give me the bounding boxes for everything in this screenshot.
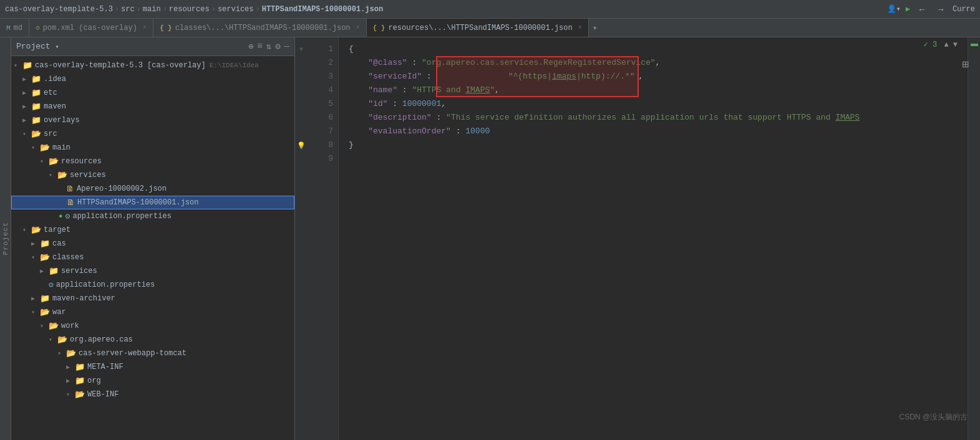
- tree-text-approp-src: application.properties: [72, 212, 171, 221]
- close-brace: }: [349, 139, 354, 152]
- indent-5: [349, 98, 368, 111]
- sep-2: ›: [137, 5, 141, 14]
- folder-icon-org: 📁: [75, 376, 85, 386]
- folder-icon-war: 📂: [40, 307, 50, 317]
- json-file-icon-2: { }: [373, 24, 386, 32]
- run-icon[interactable]: ▶: [906, 4, 910, 14]
- indent-6: [349, 112, 368, 125]
- tab-classes-json-close[interactable]: ×: [356, 24, 360, 31]
- tree-item-caswebapp[interactable]: ▾ 📂 cas-server-webapp-tomcat: [11, 347, 294, 360]
- panel-dropdown-arrow[interactable]: ▾: [56, 43, 59, 50]
- code-line-1: {: [349, 42, 968, 56]
- panel-list-icon[interactable]: ≡: [257, 41, 262, 52]
- tree-item-idea[interactable]: ▶ 📁 .idea: [11, 72, 294, 86]
- code-area: ▼ 💡 1 2 3: [295, 37, 980, 440]
- check-nav-up[interactable]: ▲: [944, 41, 948, 49]
- line-numbers: 1 2 3 4 5 6 7 8 9: [308, 37, 339, 440]
- folder-icon-maven-archiver: 📁: [40, 294, 50, 304]
- tab-pom[interactable]: ⚙ pom.xml (cas-overlay) ×: [29, 19, 153, 37]
- breadcrumb-part-3: main: [143, 5, 161, 14]
- gutter-4: [295, 84, 308, 97]
- editor-area: ✓ 3 ▲ ▼ ⊞ ▼: [295, 37, 980, 440]
- tree-item-resources[interactable]: ▾ 📂 resources: [11, 155, 294, 168]
- prop-icon-src: ⚙: [65, 211, 70, 221]
- tree-item-main[interactable]: ▾ 📂 main: [11, 141, 294, 155]
- tree-text-orgapereo: org.apereo.cas: [70, 335, 133, 344]
- tree-text-maven: maven: [44, 102, 66, 111]
- colon-3: :: [422, 70, 436, 84]
- tree-arrow-services-src: ▾: [49, 171, 57, 179]
- tree-arrow-work: ▾: [40, 322, 49, 330]
- tree-item-approp-src[interactable]: ● ⚙ application.properties: [11, 209, 294, 223]
- back-button[interactable]: ←: [915, 3, 929, 16]
- code-content[interactable]: { "@class" : "org.apereo.cas.services.Re…: [339, 37, 968, 440]
- gutter-9: [295, 152, 308, 166]
- panel-scope-icon[interactable]: ⊕: [248, 41, 253, 52]
- check-count: 3: [933, 41, 937, 49]
- folder-icon-classes: 📂: [40, 252, 50, 262]
- tree-text-apereo: Apereo-10000002.json: [77, 184, 167, 193]
- tree-item-org[interactable]: ▶ 📁 org: [11, 374, 294, 388]
- tree-text-approp-classes: application.properties: [56, 280, 155, 289]
- gutter-3: [295, 70, 308, 84]
- breadcrumb-part-4: resources: [169, 5, 210, 14]
- tree-item-target[interactable]: ▾ 📂 target: [11, 223, 294, 237]
- sidebar-vertical-label: Project: [0, 37, 11, 440]
- tree-text-https: HTTPSandIMAPS-10000001.json: [77, 198, 198, 207]
- tab-dropdown[interactable]: ▾: [589, 19, 601, 37]
- fold-icon-1[interactable]: ▼: [299, 46, 303, 53]
- tree-item-war[interactable]: ▾ 📂 war: [11, 305, 294, 319]
- tab-pom-close[interactable]: ×: [143, 24, 147, 31]
- comma-4: ,: [495, 84, 500, 97]
- current-label: Curre: [953, 5, 975, 14]
- tree-item-root[interactable]: ▾ 📁 cas-overlay-template-5.3 [cas-overla…: [11, 59, 294, 72]
- tree-item-approp-classes[interactable]: ⚙ application.properties: [11, 278, 294, 292]
- tree-item-webinf[interactable]: ▾ 📂 WEB-INF: [11, 388, 294, 401]
- tree-path-hint-root: E:\IDEA\Idea: [210, 62, 259, 69]
- colon-5: :: [387, 98, 402, 111]
- tree-arrow-org: ▶: [66, 377, 75, 385]
- tree-item-cas[interactable]: ▶ 📁 cas: [11, 237, 294, 251]
- gutter-7: [295, 125, 308, 138]
- tree-item-maven[interactable]: ▶ 📁 maven: [11, 100, 294, 113]
- folder-icon-webinf: 📂: [75, 390, 85, 399]
- panel-settings-icon[interactable]: ⚙: [275, 41, 280, 52]
- tab-resources-json-close[interactable]: ×: [578, 24, 582, 31]
- tree-item-apereo[interactable]: 🗎 Apereo-10000002.json: [11, 182, 294, 196]
- panel-sort-icon[interactable]: ⇅: [266, 41, 271, 52]
- tree-item-work[interactable]: ▾ 📂 work: [11, 319, 294, 333]
- tab-md[interactable]: M md: [0, 19, 29, 37]
- tree-item-services-src[interactable]: ▾ 📂 services: [11, 168, 294, 182]
- tree-text-root: cas-overlay-template-5.3 [cas-overlay]: [35, 61, 206, 70]
- line-num-4: 4: [328, 84, 333, 97]
- panel-minimize-icon[interactable]: —: [284, 41, 289, 52]
- tree-item-https[interactable]: 🗎 HTTPSandIMAPS-10000001.json: [11, 196, 294, 209]
- tree-item-classes[interactable]: ▾ 📂 classes: [11, 251, 294, 264]
- title-bar: cas-overlay-template-5.3 › src › main › …: [0, 0, 980, 19]
- tab-resources-json[interactable]: { } resources\...\HTTPSandIMAPS-10000001…: [367, 19, 589, 37]
- sep-5: ›: [255, 5, 260, 14]
- check-nav-down[interactable]: ▼: [953, 41, 958, 49]
- forward-button[interactable]: →: [934, 3, 948, 16]
- tree-item-src[interactable]: ▾ 📂 src: [11, 127, 294, 141]
- breadcrumb-part-1: cas-overlay-template-5.3: [5, 5, 113, 14]
- tree-item-overlays[interactable]: ▶ 📁 overlays: [11, 113, 294, 127]
- tree-text-services-src: services: [70, 171, 106, 179]
- sep-3: ›: [163, 5, 167, 14]
- tab-classes-json[interactable]: { } classes\...\HTTPSandIMAPS-10000001.j…: [153, 19, 367, 37]
- key-serviceid: "serviceId": [368, 70, 422, 84]
- grid-view-icon[interactable]: ⊞: [962, 57, 969, 71]
- folder-icon-resources: 📂: [49, 156, 59, 166]
- tab-classes-json-label: classes\...\HTTPSandIMAPS-10000001.json: [175, 24, 351, 32]
- line-num-5: 5: [328, 97, 333, 111]
- tree-item-orgapereo[interactable]: ▾ 📂 org.apereo.cas: [11, 333, 294, 347]
- user-icon[interactable]: 👤▾: [887, 4, 901, 14]
- tree-item-services-classes[interactable]: ▶ 📁 services: [11, 264, 294, 278]
- folder-icon-etc: 📁: [31, 88, 41, 98]
- tree-arrow-etc: ▶: [22, 89, 31, 97]
- bulb-icon[interactable]: 💡: [297, 141, 306, 150]
- tree-item-metainf[interactable]: ▶ 📁 META-INF: [11, 360, 294, 374]
- tree-item-maven-archiver[interactable]: ▶ 📁 maven-archiver: [11, 292, 294, 305]
- tree-arrow-orgapereo: ▾: [49, 336, 57, 343]
- tree-item-etc[interactable]: ▶ 📁 etc: [11, 86, 294, 100]
